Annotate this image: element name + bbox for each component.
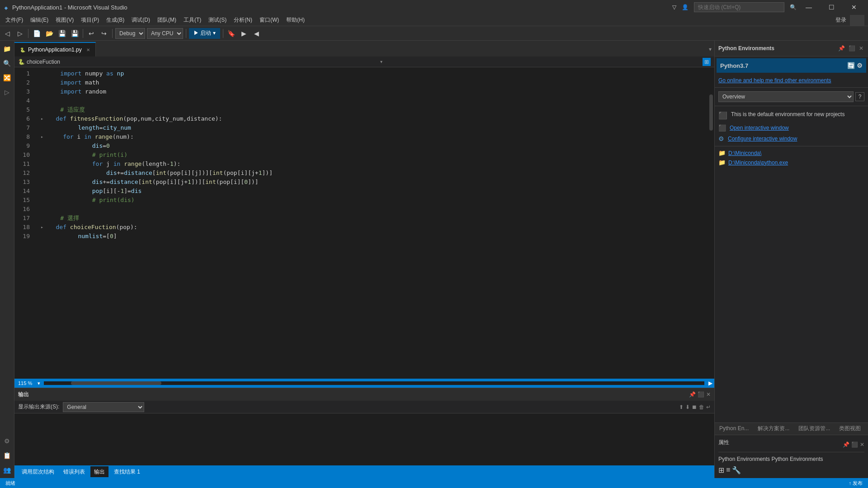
output-down-icon[interactable]: ⬇: [685, 404, 690, 410]
user-avatar[interactable]: [850, 15, 864, 26]
output-clear-icon[interactable]: 🗑: [699, 404, 704, 410]
path-dropdown[interactable]: ▾: [380, 59, 382, 64]
activity-team[interactable]: 👥: [1, 464, 14, 476]
path2-link[interactable]: D:\Miniconda\python.exe: [728, 160, 788, 166]
activity-settings[interactable]: ⚙: [1, 435, 14, 447]
zoom-dropdown[interactable]: ▾: [36, 380, 42, 386]
tab-close-btn[interactable]: ✕: [86, 47, 90, 52]
overview-select[interactable]: Overview: [718, 91, 854, 102]
activity-explorer[interactable]: 📁: [1, 42, 14, 55]
panel-tab-classview[interactable]: 类图视图: [835, 422, 865, 435]
next-bookmark-btn[interactable]: ▶: [239, 28, 250, 39]
token: [46, 141, 92, 150]
scrollbar-thumb[interactable]: [709, 94, 713, 131]
back-btn[interactable]: ◁: [2, 28, 13, 39]
menu-file[interactable]: 文件(F): [2, 15, 27, 25]
forward-btn[interactable]: ▷: [14, 28, 25, 39]
menu-project[interactable]: 项目(P): [77, 15, 103, 25]
configure-interactive-item[interactable]: ⚙ Configure interactive window: [715, 133, 868, 144]
configure-link[interactable]: Configure interactive window: [728, 136, 797, 142]
activity-git[interactable]: 🔀: [1, 71, 14, 84]
path1-link[interactable]: D:\Miniconda\: [728, 150, 761, 156]
scroll-right-btn[interactable]: ▶: [706, 379, 714, 387]
prop-sort-icon[interactable]: ⊞: [718, 466, 724, 474]
menu-test[interactable]: 测试(S): [205, 15, 230, 25]
menu-team[interactable]: 团队(M): [154, 15, 180, 25]
output-toolbar: 显示输出来源(S): General ⬆ ⬇ ⏹ 🗑 ↵: [14, 401, 714, 413]
menu-edit[interactable]: 编辑(E): [27, 15, 52, 25]
prop-cat-icon[interactable]: ≡: [726, 466, 730, 474]
open-interactive-window-item[interactable]: ⬛ Open interactive window: [715, 122, 868, 133]
activity-prop[interactable]: 📋: [1, 449, 14, 462]
menu-help[interactable]: 帮助(H): [283, 15, 308, 25]
maximize-button[interactable]: ☐: [821, 0, 842, 14]
output-stop-icon[interactable]: ⏹: [692, 404, 697, 410]
activity-search[interactable]: 🔍: [1, 57, 14, 70]
go-online-link[interactable]: Go online and help me find other environ…: [715, 75, 868, 85]
prop-new-icon[interactable]: 🔧: [732, 466, 741, 474]
panel-dropdown-btn[interactable]: ▾: [706, 42, 714, 56]
split-editor-btn[interactable]: ⊞: [703, 58, 711, 66]
bottom-float-icon[interactable]: ⬛: [698, 391, 704, 398]
open-interactive-link[interactable]: Open interactive window: [730, 125, 789, 131]
search-icon[interactable]: 🔍: [790, 4, 797, 10]
fold-icon[interactable]: ▸: [41, 223, 43, 232]
bookmark-btn[interactable]: 🔖: [226, 28, 237, 39]
minimize-button[interactable]: —: [798, 0, 819, 14]
token: [46, 87, 60, 96]
token: ])]: [248, 178, 258, 187]
bottom-tab-findresults[interactable]: 查找结果 1: [110, 466, 144, 477]
editor-tab-active[interactable]: 🐍 PythonApplication1.py ✕: [14, 42, 96, 56]
help-btn[interactable]: ?: [855, 92, 864, 101]
menu-window[interactable]: 窗口(W): [256, 15, 283, 25]
panel-close-icon[interactable]: ✕: [858, 44, 864, 52]
env-settings-btn[interactable]: ⚙: [857, 62, 863, 69]
bottom-pin-icon[interactable]: 📌: [689, 391, 696, 398]
save-all-btn[interactable]: 💾: [69, 28, 80, 39]
menu-analyze[interactable]: 分析(N): [230, 15, 256, 25]
run-button[interactable]: ▶ 启动 ▾: [189, 28, 220, 39]
menu-tools[interactable]: 工具(T): [180, 15, 205, 25]
code-content[interactable]: import numpy as np import math import ra…: [37, 67, 708, 379]
platform-select[interactable]: Any CPU: [147, 28, 183, 39]
open-btn[interactable]: 📂: [44, 28, 55, 39]
bottom-tab-callstack[interactable]: 调用层次结构: [18, 466, 58, 477]
vertical-scrollbar[interactable]: [708, 67, 714, 379]
login-button[interactable]: 登录: [832, 16, 850, 24]
bottom-tab-output[interactable]: 输出: [90, 466, 108, 477]
python37-env-item[interactable]: Python3.7 🔄 ⚙: [717, 58, 866, 73]
redo-btn[interactable]: ↪: [99, 28, 109, 39]
env-refresh-btn[interactable]: 🔄: [847, 62, 855, 69]
bottom-tab-errors[interactable]: 错误列表: [60, 466, 89, 477]
bottom-close-icon[interactable]: ✕: [706, 391, 711, 398]
status-publish[interactable]: ↑ 发布: [847, 480, 864, 487]
new-file-btn[interactable]: 📄: [31, 28, 42, 39]
output-word-wrap-icon[interactable]: ↵: [706, 404, 711, 410]
panel-tab-team[interactable]: 团队资源管...: [794, 422, 835, 435]
h-scrollbar-thumb[interactable]: [71, 381, 161, 385]
output-up-icon[interactable]: ⬆: [679, 404, 684, 410]
panel-tab-solution[interactable]: 解决方案资...: [753, 422, 794, 435]
undo-btn[interactable]: ↩: [86, 28, 97, 39]
output-source-select[interactable]: General: [63, 402, 144, 412]
prop-float-icon[interactable]: ⬛: [851, 441, 858, 448]
menu-build[interactable]: 生成(B): [103, 15, 128, 25]
fold-icon[interactable]: ▸: [41, 114, 43, 123]
menu-debug[interactable]: 调试(D): [128, 15, 154, 25]
close-button[interactable]: ✕: [844, 0, 864, 14]
main-area: 📁 🔍 🔀 ▷ ⚙ 📋 👥 🐍 PythonApplication1.py ✕ …: [0, 41, 868, 478]
panel-tabs: Python En... 解决方案资... 团队资源管... 类图视图: [715, 422, 868, 435]
panel-pin-icon[interactable]: 📌: [837, 44, 846, 52]
menu-view[interactable]: 视图(V): [52, 15, 77, 25]
output-content[interactable]: [14, 413, 714, 465]
save-btn[interactable]: 💾: [57, 28, 67, 39]
panel-tab-python-env[interactable]: Python En...: [715, 422, 753, 435]
quick-launch-input[interactable]: [694, 2, 784, 12]
panel-float-icon[interactable]: ⬛: [848, 44, 856, 52]
prop-close-icon[interactable]: ✕: [860, 441, 864, 448]
debug-mode-select[interactable]: Debug: [115, 28, 145, 39]
fold-icon[interactable]: ▸: [41, 132, 43, 141]
prev-bookmark-btn[interactable]: ◀: [251, 28, 262, 39]
prop-pin-icon[interactable]: 📌: [843, 441, 849, 448]
activity-run[interactable]: ▷: [1, 86, 14, 99]
